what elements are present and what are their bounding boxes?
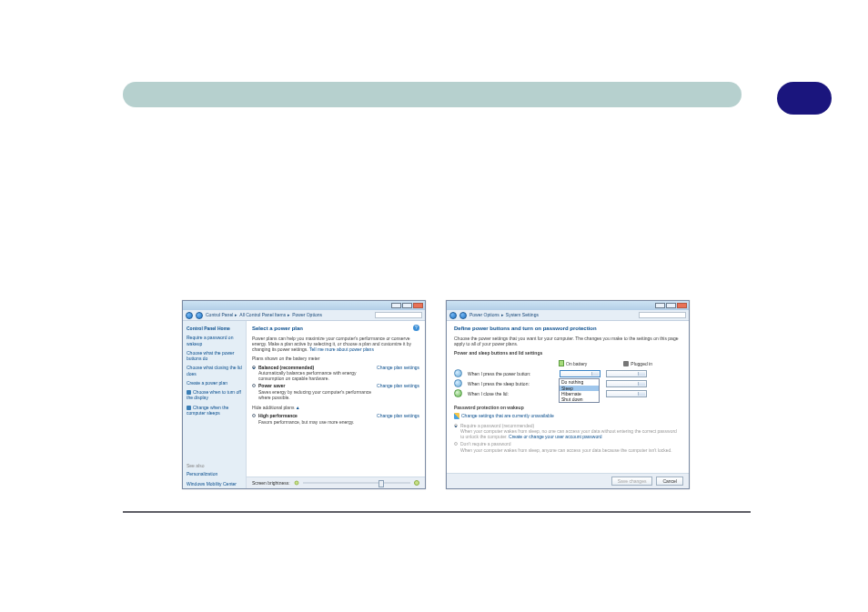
sidebar-home[interactable]: Control Panel Home — [187, 326, 242, 331]
tell-more-link[interactable]: Tell me more about power plans — [309, 346, 374, 352]
pw-dont-desc: When your computer wakes from sleep, any… — [460, 447, 681, 453]
plan-balanced-sub: Automatically balances performance with … — [258, 370, 374, 382]
brightness-slider[interactable] — [303, 482, 410, 484]
col-plugged-label: Plugged in — [631, 361, 652, 366]
content-pane: Define power buttons and turn on passwor… — [447, 321, 689, 488]
close-button[interactable] — [413, 303, 423, 308]
pw-require-link[interactable]: Create or change your user account passw… — [509, 434, 602, 439]
sidebar-item-sleep[interactable]: Change when the computer sleeps — [187, 405, 242, 416]
sun-dim-icon — [294, 480, 298, 485]
cancel-button[interactable]: Cancel — [656, 477, 683, 486]
help-icon[interactable]: ? — [413, 325, 419, 331]
column-headers: On battery Plugged in — [559, 360, 681, 366]
power-button-icon — [454, 369, 462, 377]
plan-balanced-row: Balanced (recommended) Automatically bal… — [252, 364, 419, 383]
radio-high[interactable] — [252, 414, 256, 417]
sleep-button-icon — [454, 379, 462, 387]
hide-plans-toggle[interactable]: Hide additional plans ▲ — [252, 405, 419, 410]
window-title-bar — [447, 301, 689, 310]
dialog-button-row: Save changes Cancel — [447, 473, 689, 488]
sidebar-item-mobility-center[interactable]: Windows Mobility Center — [187, 481, 242, 487]
plan-saver-row: Power saver Saves energy by reducing you… — [252, 382, 419, 401]
window-power-options: Control Panel▸All Control Panel Items▸Po… — [182, 300, 426, 489]
brightness-row: Screen brightness: — [247, 477, 425, 488]
plug-icon — [623, 361, 629, 366]
back-button[interactable] — [449, 312, 457, 319]
window-system-settings: Power Options▸System Settings Define pow… — [446, 300, 690, 489]
buttons-section-label: Power and sleep buttons and lid settings — [454, 350, 681, 356]
plans-section-label: Plans shown on the battery meter — [252, 356, 419, 361]
screenshot-group: Control Panel▸All Control Panel Items▸Po… — [182, 300, 690, 489]
breadcrumb[interactable]: Power Options▸System Settings — [469, 312, 539, 317]
plan-high-change-link[interactable]: Change plan settings — [377, 413, 419, 418]
radio-require-pw — [454, 424, 458, 427]
row-power-button: When I press the power button: — [454, 369, 681, 377]
dropdown-power-battery[interactable]: Do nothing Sleep Hibernate Shut down — [559, 378, 600, 403]
password-section-label: Password protection on wakeup — [454, 405, 681, 410]
plan-saver-sub: Saves energy by reducing your computer's… — [258, 389, 374, 401]
page-title: Define power buttons and turn on passwor… — [454, 326, 681, 333]
forward-button[interactable] — [459, 312, 467, 319]
page-description: Power plans can help you maximize your c… — [252, 336, 419, 353]
row-power-label: When I press the power button: — [468, 371, 554, 376]
sidebar-item-display-off[interactable]: Choose when to turn off the display — [187, 389, 242, 401]
pw-require-row: Require a password (recommended) When yo… — [454, 422, 681, 441]
content-pane: ? Select a power plan Power plans can he… — [247, 321, 425, 488]
sidebar-item-create-plan[interactable]: Create a power plan — [187, 380, 242, 386]
save-button[interactable]: Save changes — [611, 477, 653, 486]
brightness-label: Screen brightness: — [252, 480, 290, 486]
sidebar: Control Panel Home Require a password on… — [183, 321, 247, 488]
plan-balanced-change-link[interactable]: Change plan settings — [377, 365, 419, 370]
select-lid-plugged[interactable] — [606, 390, 647, 397]
forward-button[interactable] — [196, 312, 203, 319]
close-button[interactable] — [677, 303, 687, 308]
radio-saver[interactable] — [252, 384, 256, 387]
lid-icon — [454, 389, 462, 397]
breadcrumb[interactable]: Control Panel▸All Control Panel Items▸Po… — [206, 312, 322, 317]
row-lid-label: When I close the lid: — [468, 391, 554, 396]
col-battery-label: On battery — [566, 361, 587, 366]
plan-high-sub: Favors performance, but may use more ene… — [258, 419, 374, 425]
maximize-button[interactable] — [666, 303, 676, 308]
radio-balanced[interactable] — [252, 366, 256, 369]
page-number-pill — [777, 82, 832, 115]
address-bar: Control Panel▸All Control Panel Items▸Po… — [183, 310, 425, 321]
address-bar: Power Options▸System Settings — [447, 310, 689, 321]
pw-require-desc: When your computer wakes from sleep, no … — [460, 428, 681, 440]
sidebar-item-password[interactable]: Require a password on wakeup — [187, 335, 242, 346]
radio-dont-require-pw — [454, 442, 458, 446]
select-power-battery[interactable] — [560, 370, 601, 377]
search-input[interactable] — [639, 312, 686, 318]
sidebar-item-lid[interactable]: Choose what closing the lid does — [187, 365, 242, 376]
shield-icon — [454, 413, 459, 419]
page-title: Select a power plan — [252, 326, 419, 333]
select-power-plugged[interactable] — [606, 370, 647, 377]
window-title-bar — [183, 301, 425, 310]
plan-saver-change-link[interactable]: Change plan settings — [377, 383, 419, 388]
minimize-button[interactable] — [655, 303, 665, 308]
footer-divider — [123, 511, 751, 513]
change-settings-link[interactable]: Change settings that are currently unava… — [454, 413, 681, 419]
sidebar-see-also-label: See also — [187, 463, 242, 468]
minimize-button[interactable] — [391, 303, 401, 308]
maximize-button[interactable] — [402, 303, 412, 308]
pw-dont-row: Don't require a password When your compu… — [454, 440, 681, 454]
sidebar-item-power-buttons[interactable]: Choose what the power buttons do — [187, 350, 242, 362]
plan-high-row: High performance Favors performance, but… — [252, 412, 419, 426]
page-description: Choose the power settings that you want … — [454, 336, 681, 347]
battery-icon — [559, 360, 564, 366]
select-sleep-plugged[interactable] — [606, 380, 647, 387]
sidebar-item-personalization[interactable]: Personalization — [187, 471, 242, 477]
dropdown-option[interactable]: Shut down — [560, 396, 599, 402]
sun-bright-icon — [414, 480, 419, 486]
chevron-up-icon: ▲ — [296, 405, 300, 410]
page-header-pill — [123, 82, 742, 107]
search-input[interactable] — [375, 312, 422, 318]
row-sleep-label: When I press the sleep button: — [468, 381, 554, 386]
back-button[interactable] — [186, 312, 193, 319]
